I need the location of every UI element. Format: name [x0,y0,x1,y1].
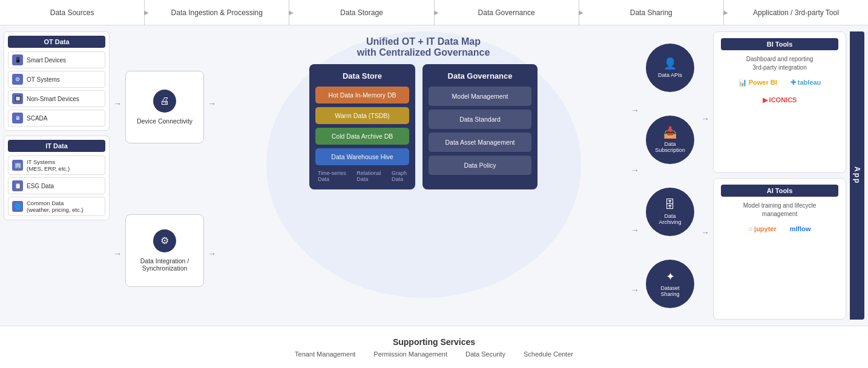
smart-devices-icon: 📱 [12,54,23,65]
arrow-to-center-1: → [208,99,216,108]
connectivity-arrows: → → [208,31,216,320]
non-smart-icon: 🔲 [12,93,23,104]
data-sources-column: OT Data 📱 Smart Devices ⚙ OT Systems 🔲 N… [4,31,110,320]
esg-icon: 📋 [12,180,23,191]
list-item: 🌐 Common Data(weather, pricing, etc.) [8,197,105,216]
center-area: Unified OT + IT Data Mapwith Centralized… [220,31,627,320]
bi-tools-description: Dashboard and reporting3rd-party integra… [721,55,838,72]
supporting-title: Supporting Services [393,337,475,347]
supporting-services-bar: Supporting Services Tenant Management Pe… [0,326,868,368]
bi-tools-box: BI Tools Dashboard and reporting3rd-part… [713,31,846,173]
list-item: 🔲 Non-Smart Devices [8,90,105,107]
list-item: 🏢 IT Systems(MES, ERP, etc.) [8,156,105,175]
pipeline-step-ingestion: Data Ingestion & Processing [145,0,289,25]
hot-data-item: Hot Data In-Memory DB [315,87,409,104]
warm-data-item: Warm Data (TSDB) [315,107,409,124]
gov-data-standard: Data Standard [429,110,531,129]
supporting-tenant: Tenant Management [295,350,355,358]
main-content: OT Data 📱 Smart Devices ⚙ OT Systems 🔲 N… [0,25,868,326]
center-boxes: Data Store Hot Data In-Memory DB Warm Da… [309,64,538,189]
ai-tools-header: AI Tools [721,185,838,197]
sharing-arrows: → → [701,31,709,320]
list-item: 📱 Smart Devices [8,51,105,68]
ai-logos: ○ jupyter mlflow [721,223,838,234]
app-sidebar: App [850,31,864,320]
source-arrows: → → [113,31,122,320]
arrow-to-share: → [631,286,639,294]
ot-data-group: OT Data 📱 Smart Devices ⚙ OT Systems 🔲 N… [4,31,110,131]
data-archiving-icon: 🗄 [665,199,676,211]
ai-tools-box: AI Tools Model training and lifecycleman… [713,178,846,320]
connectivity-column: 🖨 Device Connectivity ⚙ Data Integration… [125,31,204,320]
ai-tools-description: Model training and lifecyclemanagement [721,202,838,218]
supporting-security: Data Security [465,350,505,358]
iconics-logo: ▶ ICONICS [759,94,801,106]
pipeline-step-sharing: Data Sharing [579,0,724,25]
pipeline-bar: Data Sources Data Ingestion & Processing… [0,0,868,25]
data-governance-title: Data Governance [429,71,531,80]
common-data-icon: 🌐 [12,201,23,212]
center-title: Unified OT + IT Data Mapwith Centralized… [357,31,490,58]
list-item: 🖥 SCADA [8,110,105,126]
bi-tools-header: BI Tools [721,38,838,50]
pipeline-step-governance: Data Governance [435,0,579,25]
bi-logos: 📊 Power BI ✚ tableau ▶ ICONICS [721,77,838,106]
data-integration-box: ⚙ Data Integration / Synchronization [125,214,204,287]
ot-systems-icon: ⚙ [12,74,23,85]
data-archiving-circle: 🗄 Data Archiving [646,188,694,236]
data-subscription-icon: 📥 [663,126,677,139]
supporting-items: Tenant Management Permission Management … [295,350,573,358]
arrow-it: → [113,249,122,258]
arrow-to-sub: → [631,166,639,174]
tools-column: BI Tools Dashboard and reporting3rd-part… [713,31,846,320]
powerbi-logo: 📊 Power BI [735,77,781,88]
pipeline-step-application: Application / 3rd-party Tool [724,0,868,25]
device-connectivity-icon: 🖨 [153,90,176,113]
it-data-group: IT Data 🏢 IT Systems(MES, ERP, etc.) 📋 E… [4,136,110,220]
list-item: 📋 ESG Data [8,177,105,194]
ot-data-header: OT Data [8,36,105,48]
gov-data-policy: Data Policy [429,156,531,175]
supporting-schedule: Schedule Center [524,350,573,358]
dataset-sharing-circle: ✦ Dataset Sharing [646,260,694,308]
mlflow-logo: mlflow [786,223,815,234]
arrow-to-center-2: → [208,249,216,258]
pipeline-step-storage: Data Storage [289,0,434,25]
arrow-to-bi: → [701,114,709,123]
it-systems-icon: 🏢 [12,160,23,171]
scada-icon: 🖥 [12,113,23,123]
gov-asset-management: Data Asset Management [429,133,531,152]
arrow-to-arch: → [631,226,639,234]
arrow-to-ai: → [701,228,709,237]
data-governance-box: Data Governance Model Management Data St… [422,64,538,189]
data-store-title: Data Store [315,71,409,80]
arrow-ot: → [113,99,122,108]
dataset-sharing-icon: ✦ [666,270,675,283]
gov-model-management: Model Management [429,87,531,106]
store-labels: Time-seriesData RelationalData GraphData [315,170,409,182]
data-subscription-circle: 📥 Data Subscription [646,116,694,164]
tableau-logo: ✚ tableau [787,77,825,88]
pipeline-step-sources: Data Sources [0,0,145,25]
data-apis-circle: 👤 Data APIs [646,44,694,92]
data-store-box: Data Store Hot Data In-Memory DB Warm Da… [309,64,415,189]
cold-data-item: Cold Data Archive DB [315,128,409,145]
device-connectivity-box: 🖨 Device Connectivity [125,71,204,143]
jupyter-logo: ○ jupyter [745,223,780,234]
data-apis-icon: 👤 [663,57,677,70]
arrow-to-apis: → [631,106,639,114]
warehouse-item: Data Warehouse Hive [315,148,409,165]
supporting-permission: Permission Management [373,350,447,358]
data-integration-icon: ⚙ [153,229,176,252]
center-arrows: → → → → [631,31,639,320]
list-item: ⚙ OT Systems [8,71,105,88]
data-sharing-column: 👤 Data APIs 📥 Data Subscription 🗄 Data A… [643,31,697,320]
it-data-header: IT Data [8,140,105,152]
